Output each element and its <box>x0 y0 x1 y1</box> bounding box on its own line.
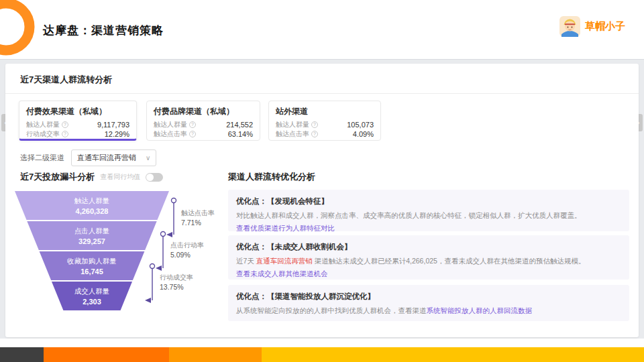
optimization-body: 对比触达人群和成交人群，洞察点击率、成交率高的优质人群的核心特征，锁定相似人群，… <box>236 210 621 220</box>
inline-link[interactable]: 系统智能投放人群的人群回流数据 <box>427 306 533 314</box>
footer-bar-segment <box>169 347 262 362</box>
optimization-body: 近7天 直通车回流再营销 渠道触达未成交人群已经累计4,266,025，查看未成… <box>236 256 621 265</box>
metric-label: 触达人群量? <box>276 120 318 129</box>
metric-value: 105,073 <box>347 120 374 129</box>
brand: 草帽小子 <box>559 16 625 37</box>
metric-value: 9,117,793 <box>97 120 129 129</box>
metric-value: 12.29% <box>105 129 129 139</box>
channel-card-title: 付费效果渠道（私域） <box>26 106 129 117</box>
metric-label: 触达点击率? <box>154 129 196 139</box>
metric-label: 触达人群量? <box>26 120 68 129</box>
connector-arrow-icon <box>144 262 160 306</box>
help-icon[interactable]: ? <box>311 131 318 137</box>
funnel-section-title: 近7天投放漏斗分析 <box>20 171 95 183</box>
help-icon[interactable]: ? <box>62 121 68 128</box>
metric-value: 214,552 <box>226 120 253 129</box>
footer-bar-segment <box>44 347 169 362</box>
ring-logo-icon <box>0 0 40 60</box>
funnel-stage-reach: 触达人群量 4,260,328 <box>15 191 169 220</box>
secondary-channel-select[interactable]: 直通车回流再营销 ∨ <box>71 149 156 166</box>
chevron-down-icon: ∨ <box>146 154 150 162</box>
brand-name: 草帽小子 <box>585 20 625 33</box>
secondary-channel-row: 选择二级渠道 直通车回流再营销 ∨ <box>20 149 156 166</box>
channel-card-title: 站外渠道 <box>276 106 374 117</box>
optimization-link[interactable]: 查看优质渠道行为人群特征对比 <box>236 224 335 233</box>
channel-card-paid-brand[interactable]: 付费品牌渠道（私域） 触达人群量? 214,552 触达点击率? 63.14% <box>146 101 260 141</box>
footer-color-bar <box>0 347 644 362</box>
strawhat-avatar-icon <box>559 16 580 37</box>
channel-card-title: 付费品牌渠道（私域） <box>154 106 253 117</box>
rate-click-action: 点击行动率 5.09% <box>170 241 204 259</box>
help-icon[interactable]: ? <box>189 131 196 137</box>
metric-value: 4.09% <box>353 129 374 139</box>
help-icon[interactable]: ? <box>62 131 68 137</box>
panel-title: 近7天渠道人群流转分析 <box>20 74 112 86</box>
peer-average-toggle[interactable] <box>146 173 163 182</box>
metric-label: 触达点击率? <box>276 129 318 139</box>
channel-name-highlight: 直通车回流再营销 <box>256 257 313 265</box>
optimization-heading: 优化点：【渠道智能投放人群沉淀优化】 <box>236 292 621 302</box>
metric-label: 触达人群量? <box>154 120 196 129</box>
optimization-heading: 优化点：【发现机会特征】 <box>236 196 621 206</box>
footer-bar-segment <box>0 347 44 362</box>
rate-action-deal: 行动成交率 13.75% <box>160 273 193 292</box>
metric-label: 行动成交率? <box>26 129 68 139</box>
metric-value: 63.14% <box>228 129 253 139</box>
dashboard-panel: 近7天渠道人群流转分析 付费效果渠道（私域） 触达人群量? 9,117,793 … <box>5 64 639 337</box>
rate-reach-click: 触达点击率 7.71% <box>181 208 215 227</box>
channel-card-offsite[interactable]: 站外渠道 触达人群量? 105,073 触达点击率? 4.09% <box>268 101 381 141</box>
divider <box>5 93 639 94</box>
footer-bar-segment <box>262 347 644 362</box>
optimization-body: 从系统智能定向投放的的人群中找到优质人群机会，查看渠道系统智能投放人群的人群回流… <box>236 306 621 315</box>
funnel-stage-click: 点击人群量 329,257 <box>15 221 169 250</box>
secondary-channel-label: 选择二级渠道 <box>20 153 64 163</box>
optimization-link[interactable]: 查看未成交人群其他渠道机会 <box>236 269 328 279</box>
optimization-box-harvest: 优化点：【未成交人群收割机会】 近7天 直通车回流再营销 渠道触达未成交人群已经… <box>228 235 629 280</box>
optimization-box-opportunity: 优化点：【发现机会特征】 对比触达人群和成交人群，洞察点击率、成交率高的优质人群… <box>228 190 629 231</box>
help-icon[interactable]: ? <box>189 121 196 128</box>
help-icon[interactable]: ? <box>311 121 318 128</box>
page-title: 达摩盘：渠道营销策略 <box>43 23 164 38</box>
optimization-heading: 优化点：【未成交人群收割机会】 <box>236 242 621 252</box>
slide: 达摩盘：渠道营销策略 草帽小子 ‹ › 近7天渠道人群流转分析 付费效果渠道（私… <box>0 0 644 362</box>
optimization-box-smart-targeting: 优化点：【渠道智能投放人群沉淀优化】 从系统智能定向投放的的人群中找到优质人群机… <box>228 285 629 321</box>
channel-card-paid-effect[interactable]: 付费效果渠道（私域） 触达人群量? 9,117,793 行动成交率? 12.29… <box>19 101 137 141</box>
optimization-title: 渠道人群流转优化分析 <box>228 171 315 183</box>
peer-average-toggle-label: 查看同行均值 <box>100 172 140 182</box>
